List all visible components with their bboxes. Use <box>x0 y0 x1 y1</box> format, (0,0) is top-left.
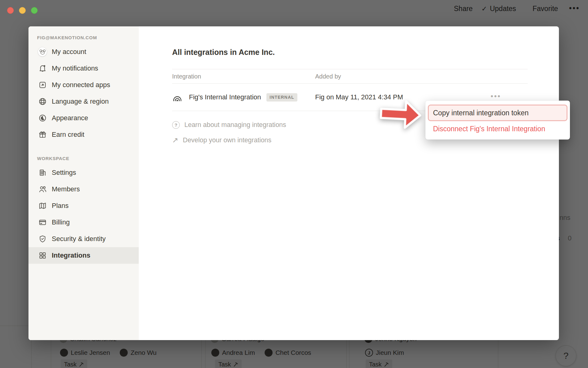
integration-context-menu: Copy internal integration token Disconne… <box>425 101 570 140</box>
sidebar-item-label: My notifications <box>52 64 98 72</box>
sidebar-item-members[interactable]: Members <box>28 181 139 197</box>
screen: Share ✓Updates Favorite ••• Shawn Sanche… <box>0 0 588 368</box>
map-icon <box>38 201 47 210</box>
sidebar-item-my-connected-apps[interactable]: My connected apps <box>28 77 139 93</box>
sidebar-item-label: Members <box>52 185 80 193</box>
column-header-integration: Integration <box>172 73 315 80</box>
sidebar-item-label: Integrations <box>52 251 90 259</box>
sidebar-item-settings[interactable]: Settings <box>28 164 139 181</box>
minimize-button[interactable] <box>19 7 26 14</box>
sidebar-item-my-notifications[interactable]: My notifications <box>28 60 139 77</box>
copy-internal-token-menu-item[interactable]: Copy internal integration token <box>428 105 567 121</box>
page-title: All integrations in Acme Inc. <box>172 47 559 58</box>
moon-circle-icon <box>38 114 47 122</box>
sidebar-item-label: Language & region <box>52 98 109 105</box>
window-controls <box>7 7 38 14</box>
sidebar-item-appearance[interactable]: Appearance <box>28 110 139 126</box>
user-avatar-icon <box>38 48 47 56</box>
develop-integrations-link[interactable]: ↗ Develop your own integrations <box>172 132 271 148</box>
arrow-up-right-icon: ↗ <box>172 136 178 144</box>
grid-icon <box>38 251 47 260</box>
sidebar-item-plans[interactable]: Plans <box>28 197 139 214</box>
link-label: Develop your own integrations <box>183 136 271 144</box>
building-icon <box>38 168 47 177</box>
sidebar-item-security-identity[interactable]: Security & identity <box>28 231 139 247</box>
help-circle-icon: ? <box>172 121 180 129</box>
disconnect-integration-menu-item[interactable]: Disconnect Fig's Internal Integration <box>428 122 567 136</box>
bell-icon <box>38 64 47 73</box>
sidebar-item-my-account[interactable]: My account <box>28 44 139 60</box>
sidebar-item-label: My connected apps <box>52 81 110 89</box>
table-header: Integration Added by <box>172 69 528 83</box>
fig-logo-icon <box>172 92 183 102</box>
link-label: Learn about managing integrations <box>184 121 286 129</box>
integrations-panel: All integrations in Acme Inc. Integratio… <box>139 26 559 340</box>
sidebar-item-label: Settings <box>52 169 76 177</box>
sidebar-item-label: Earn credit <box>52 131 84 139</box>
sidebar-item-label: Security & identity <box>52 235 106 243</box>
column-header-added-by: Added by <box>315 73 341 80</box>
internal-badge: INTERNAL <box>266 93 297 102</box>
sidebar-item-integrations[interactable]: Integrations <box>28 247 139 264</box>
sidebar-item-label: Billing <box>52 218 70 226</box>
gift-icon <box>38 130 47 139</box>
settings-sidebar: FIG@MAKENOTION.COM My account My notific… <box>28 26 139 340</box>
sidebar-item-billing[interactable]: Billing <box>28 214 139 231</box>
sidebar-item-label: My account <box>52 48 86 56</box>
sidebar-item-label: Plans <box>52 202 69 210</box>
close-button[interactable] <box>7 7 14 14</box>
zoom-button[interactable] <box>31 7 38 14</box>
people-icon <box>38 185 47 194</box>
workspace-section-label: WORKSPACE <box>28 152 139 164</box>
globe-icon <box>38 97 47 106</box>
account-email-label: FIG@MAKENOTION.COM <box>28 31 139 44</box>
annotation-arrow-icon <box>378 97 425 133</box>
sidebar-item-earn-credit[interactable]: Earn credit <box>28 126 139 143</box>
sidebar-item-language-region[interactable]: Language & region <box>28 93 139 110</box>
arrow-up-right-square-icon <box>38 81 47 89</box>
settings-modal: FIG@MAKENOTION.COM My account My notific… <box>28 26 559 340</box>
sidebar-item-label: Appearance <box>52 114 88 122</box>
shield-check-icon <box>38 235 47 243</box>
integration-name: Fig's Internal Integration <box>189 93 261 101</box>
learn-integrations-link[interactable]: ? Learn about managing integrations <box>172 117 286 132</box>
row-more-options-button[interactable]: ••• <box>491 93 501 100</box>
credit-card-icon <box>38 218 47 227</box>
